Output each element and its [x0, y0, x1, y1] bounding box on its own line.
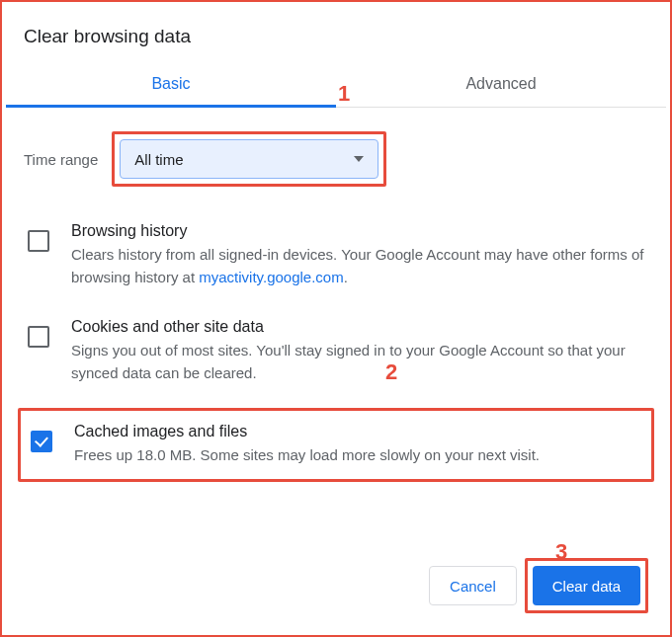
option-title: Browsing history	[71, 222, 648, 240]
tab-basic[interactable]: Basic	[6, 63, 336, 107]
annotation-2: 2	[385, 359, 397, 385]
checkbox-browsing-history[interactable]	[28, 230, 49, 252]
option-browsing-history: Browsing history Clears history from all…	[24, 216, 648, 312]
caret-down-icon	[354, 156, 364, 162]
option-cached: Cached images and files Frees up 18.0 MB…	[27, 417, 645, 473]
time-range-value: All time	[134, 151, 183, 168]
cancel-button[interactable]: Cancel	[429, 566, 517, 605]
check-icon	[35, 433, 48, 446]
option-desc: Clears history from all signed-in device…	[71, 244, 648, 288]
dialog-title: Clear browsing data	[6, 26, 666, 63]
option-title: Cached images and files	[74, 423, 540, 440]
checkbox-cached[interactable]	[31, 431, 52, 452]
clear-browsing-data-dialog: Clear browsing data Basic Advanced Time …	[2, 2, 670, 482]
annotation-box-2: Cached images and files Frees up 18.0 MB…	[18, 408, 654, 482]
tabs: Basic Advanced	[6, 63, 666, 108]
annotation-1: 1	[338, 81, 350, 107]
tab-advanced[interactable]: Advanced	[336, 63, 666, 107]
option-title: Cookies and other site data	[71, 318, 648, 336]
checkbox-cookies[interactable]	[28, 326, 49, 348]
time-range-select[interactable]: All time	[120, 139, 378, 179]
annotation-box-1: All time	[112, 131, 386, 187]
annotation-box-3: Clear data	[525, 558, 648, 613]
time-range-label: Time range	[24, 151, 98, 168]
option-desc: Frees up 18.0 MB. Some sites may load mo…	[74, 444, 540, 467]
option-desc: Signs you out of most sites. You'll stay…	[71, 340, 648, 384]
clear-data-button[interactable]: Clear data	[533, 566, 640, 605]
option-cookies: Cookies and other site data Signs you ou…	[24, 312, 648, 408]
dialog-footer: Cancel Clear data	[429, 558, 648, 613]
myactivity-link[interactable]: myactivity.google.com	[199, 269, 343, 285]
